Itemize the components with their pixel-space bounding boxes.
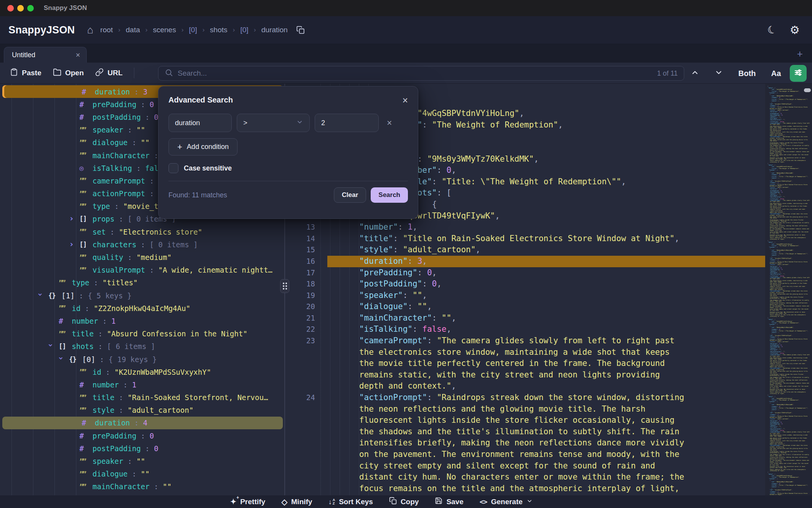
tree-row[interactable]: #prePadding : 0 [0,429,284,442]
tree-row[interactable]: ””title : "Absurd Confession in the Nigh… [0,328,284,340]
condition-operator-select[interactable]: > [237,114,310,132]
tree-value: "titles" [102,278,138,287]
chevron-right-icon: › [202,26,205,34]
breadcrumb-index-0[interactable]: [0] [188,26,198,34]
tree-row[interactable]: ””quality : "medium" [0,251,284,263]
breadcrumb-index-0b[interactable]: [0] [239,26,249,34]
tree-value: "Electronics store" [119,228,202,236]
home-icon[interactable]: ⌂ [87,25,93,35]
tree-value: "Rain-Soaked Storefront, Nervou… [128,393,268,402]
sort-az-icon: ↓AZ [328,498,335,505]
tab-untitled[interactable]: Untitled × [4,47,87,63]
match-case-button[interactable]: Aa [771,69,781,78]
tree-value: [ 6 items ] [107,342,155,351]
str-type-icon: ”” [79,483,92,491]
minimize-window-button[interactable] [17,5,24,12]
search-input[interactable]: Search... 1 of 11 [158,66,684,81]
key-value-separator: : [136,240,149,249]
search-scope-both-button[interactable]: Both [738,69,756,78]
code-line: 24"actionPrompt": "Raindrops streak down… [285,392,765,404]
tree-row[interactable]: ›[]characters : [ 0 items ] [0,238,284,251]
remove-condition-icon[interactable]: × [387,118,392,128]
key-value-separator: : [141,113,154,121]
key-value-separator: : [94,329,107,338]
modal-close-icon[interactable]: × [402,95,408,106]
key-value-separator: : [95,355,108,364]
settings-gear-icon[interactable]: ⚙ [790,23,800,36]
generate-button[interactable]: <> Generate [480,498,533,506]
open-button[interactable]: Open [53,68,84,78]
tree-key: speaker [92,457,123,465]
key-value-separator: : [130,419,143,427]
advanced-search-filter-button[interactable] [790,65,807,82]
next-match-chevron-down-icon[interactable] [715,68,723,78]
folder-icon [53,68,61,78]
obj-type-icon: {} [48,292,61,300]
collapse-chevron-icon[interactable]: › [36,292,45,297]
expand-chevron-icon[interactable]: › [69,214,74,223]
tree-key: postPadding [92,113,141,121]
tree-row[interactable]: ””mainCharacter : "" [0,480,284,493]
tree-key: prePadding [92,432,136,440]
close-window-button[interactable] [7,5,14,12]
add-condition-button[interactable]: + Add condition [168,138,238,156]
minimap[interactable]: {"data": {"id": "4wGqSBPVtdnVYiHoLng","t… [765,84,812,495]
tree-row[interactable]: ””style : "adult_cartoon" [0,404,284,417]
key-value-separator: : [128,470,141,478]
arr-type-icon: [] [79,241,92,248]
tree-row[interactable]: ””dialogue : "" [0,468,284,480]
key-value-separator: : [136,100,149,109]
save-button[interactable]: Save [435,497,463,506]
plus-icon: + [177,142,182,152]
breadcrumb-shots[interactable]: shots [209,26,228,34]
copy-path-icon[interactable] [296,26,305,34]
breadcrumb-scenes[interactable]: scenes [152,26,177,34]
key-value-separator: : [150,482,163,491]
tree-row[interactable]: ›{}[0] : { 19 keys } [0,353,284,366]
tree-row[interactable]: ””set : "Electronics store" [0,225,284,238]
collapse-chevron-icon[interactable]: › [56,356,66,361]
clear-button[interactable]: Clear [334,187,366,203]
sort-keys-button[interactable]: ↓AZ Sort Keys [328,498,373,506]
tree-row[interactable]: ””title : "Rain-Soaked Storefront, Nervo… [0,391,284,404]
minimap-scroll-thumb[interactable] [804,88,811,92]
paste-button[interactable]: Paste [10,68,41,78]
line-number: 17 [285,267,315,279]
condition-value-input[interactable]: 2 [315,114,379,132]
case-sensitive-checkbox[interactable] [168,163,178,173]
condition-field-input[interactable]: duration [168,114,232,132]
copy-button[interactable]: Copy [389,497,419,506]
tree-row[interactable]: ””speaker : "" [0,455,284,467]
tree-key: quality [92,253,123,261]
breadcrumb-data[interactable]: data [125,26,141,34]
tree-key: shots [72,342,94,351]
tree-row[interactable]: ””id : "Z2ZnokpHkwQ4aIcMg4Au" [0,302,284,314]
prettify-button[interactable]: ✦+ Prettify [230,498,265,506]
minify-button[interactable]: ◇ Minify [281,498,312,506]
tree-row[interactable]: ””type : "titles" [0,276,284,289]
zoom-window-button[interactable] [27,5,34,12]
previous-match-chevron-up-icon[interactable] [691,68,699,78]
breadcrumb-root[interactable]: root [99,26,114,34]
key-value-separator: : [101,368,114,376]
tree-row[interactable]: #number : 1 [0,378,284,391]
key-value-separator: : [114,393,127,402]
expand-chevron-icon[interactable]: › [69,239,74,248]
tree-row[interactable]: ›{}[1] : { 5 keys } [0,289,284,302]
tree-row[interactable]: #postPadding : 0 [0,442,284,455]
tab-close-icon[interactable]: × [76,51,80,60]
panel-resize-grip[interactable] [280,279,289,293]
collapse-chevron-icon[interactable]: › [46,343,55,348]
tree-row[interactable]: ””id : "K2UznWbaMPdSSuVxyxhY" [0,366,284,378]
add-tab-button[interactable]: + [797,48,803,60]
tree-row[interactable]: #duration : 4 [2,417,283,429]
tree-row[interactable]: ””visualPrompt : "A wide, cinematic nigh… [0,264,284,276]
breadcrumb-duration[interactable]: duration [261,26,289,34]
num-type-icon: # [79,381,92,389]
toolbar: Paste Open URL Search... 1 of 11 Both Aa… [0,63,812,84]
tree-row[interactable]: ›[]shots : [ 6 items ] [0,340,284,353]
theme-toggle-moon-icon[interactable]: ☾ [766,23,778,37]
url-button[interactable]: URL [95,68,122,78]
tree-row[interactable]: #number : 1 [0,314,284,327]
search-button[interactable]: Search [371,187,408,203]
